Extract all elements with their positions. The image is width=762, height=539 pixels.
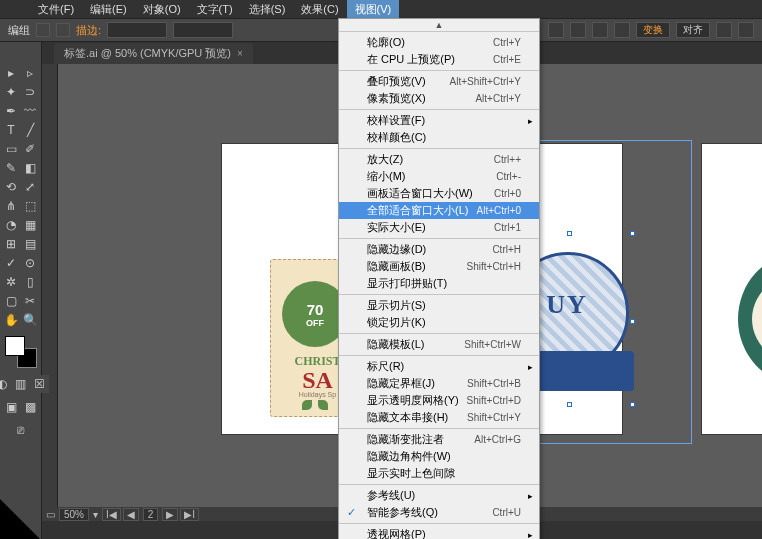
menu-item[interactable]: 锁定切片(K) <box>339 314 539 331</box>
rectangle-tool[interactable]: ▭ <box>2 140 20 158</box>
menu-item[interactable]: 标尺(R)▸ <box>339 358 539 375</box>
type-tool[interactable]: T <box>2 121 20 139</box>
menu-item[interactable]: 显示透明度网格(Y)Shift+Ctrl+D <box>339 392 539 409</box>
transform-button[interactable]: 变换 <box>636 22 670 38</box>
last-artboard-button[interactable]: ▶I <box>180 508 199 521</box>
menu-item[interactable]: 轮廓(O)Ctrl+Y <box>339 34 539 51</box>
column-tool[interactable]: ▯ <box>21 273 39 291</box>
artboard-number[interactable]: 2 <box>143 508 159 521</box>
view-mode-icon[interactable]: ▭ <box>46 509 55 520</box>
draw-normal-icon[interactable]: ▣ <box>2 398 20 416</box>
prev-artboard-button[interactable]: ◀ <box>123 508 139 521</box>
curvature-tool[interactable]: 〰 <box>21 102 39 120</box>
menu-item[interactable]: 实际大小(E)Ctrl+1 <box>339 219 539 236</box>
menu-effect[interactable]: 效果(C) <box>293 0 346 19</box>
slice-tool[interactable]: ✂ <box>21 292 39 310</box>
zoom-field[interactable]: 50% <box>59 508 89 521</box>
rotate-tool[interactable]: ⟲ <box>2 178 20 196</box>
stroke-dash-dropdown[interactable] <box>173 22 233 38</box>
menu-item-label: 隐藏模板(L) <box>367 337 424 352</box>
screen-mode-icon[interactable]: ⎚ <box>12 421 30 439</box>
perspective-tool[interactable]: ▦ <box>21 216 39 234</box>
ruler-vertical[interactable] <box>42 64 58 509</box>
extra1-icon[interactable] <box>716 22 732 38</box>
menu-item[interactable]: 隐藏文本串接(H)Shift+Ctrl+Y <box>339 409 539 426</box>
view-menu-dropdown: ▲ 轮廓(O)Ctrl+Y在 CPU 上预览(P)Ctrl+E叠印预览(V)Al… <box>338 18 540 539</box>
width-tool[interactable]: ⋔ <box>2 197 20 215</box>
draw-behind-icon[interactable]: ▩ <box>21 398 39 416</box>
menu-item[interactable]: 参考线(U)▸ <box>339 487 539 504</box>
symbol-sprayer-tool[interactable]: ✲ <box>2 273 20 291</box>
blend-tool[interactable]: ⊙ <box>21 254 39 272</box>
next-artboard-button[interactable]: ▶ <box>162 508 178 521</box>
lasso-tool[interactable]: ⊃ <box>21 83 39 101</box>
direct-selection-tool[interactable]: ▹ <box>21 64 39 82</box>
none-mode-icon[interactable]: ☒ <box>31 375 49 393</box>
eyedropper-tool[interactable]: ✓ <box>2 254 20 272</box>
shape-builder-tool[interactable]: ◔ <box>2 216 20 234</box>
first-artboard-button[interactable]: I◀ <box>102 508 121 521</box>
menu-item[interactable]: 叠印预览(V)Alt+Shift+Ctrl+Y <box>339 73 539 90</box>
free-transform-tool[interactable]: ⬚ <box>21 197 39 215</box>
gradient-mode-icon[interactable]: ▥ <box>12 375 30 393</box>
menu-item[interactable]: 显示切片(S) <box>339 297 539 314</box>
color-well[interactable] <box>5 336 37 368</box>
artboard-tool[interactable]: ▢ <box>2 292 20 310</box>
recolor-icon[interactable] <box>570 22 586 38</box>
menu-item[interactable]: 隐藏定界框(J)Shift+Ctrl+B <box>339 375 539 392</box>
menu-item[interactable]: 隐藏渐变批注者Alt+Ctrl+G <box>339 431 539 448</box>
arrange-icon[interactable] <box>614 22 630 38</box>
hand-tool[interactable]: ✋ <box>2 311 20 329</box>
menu-edit[interactable]: 编辑(E) <box>82 0 135 19</box>
extra2-icon[interactable] <box>738 22 754 38</box>
menu-scroll-up-icon[interactable]: ▲ <box>339 19 539 32</box>
stroke-weight-dropdown[interactable] <box>107 22 167 38</box>
menu-view[interactable]: 视图(V) <box>347 0 400 19</box>
pen-tool[interactable]: ✒ <box>2 102 20 120</box>
color-mode-icon[interactable]: ◐ <box>0 375 11 393</box>
menu-file[interactable]: 文件(F) <box>30 0 82 19</box>
zoom-tool[interactable]: 🔍 <box>21 311 39 329</box>
zoom-dd-icon[interactable]: ▾ <box>93 509 98 520</box>
menu-item[interactable]: 显示实时上色间隙 <box>339 465 539 482</box>
paintbrush-tool[interactable]: ✐ <box>21 140 39 158</box>
group-label: 编组 <box>8 23 30 38</box>
menu-item[interactable]: 隐藏模板(L)Shift+Ctrl+W <box>339 336 539 353</box>
opacity-icon[interactable] <box>548 22 564 38</box>
menu-item[interactable]: 放大(Z)Ctrl++ <box>339 151 539 168</box>
menu-item[interactable]: 全部适合窗口大小(L)Alt+Ctrl+0 <box>339 202 539 219</box>
scale-tool[interactable]: ⤢ <box>21 178 39 196</box>
menu-object[interactable]: 对象(O) <box>135 0 189 19</box>
menu-shortcut: Shift+Ctrl+W <box>464 339 521 350</box>
fill-swatch[interactable] <box>36 23 50 37</box>
eraser-tool[interactable]: ◧ <box>21 159 39 177</box>
menu-item[interactable]: 显示打印拼贴(T) <box>339 275 539 292</box>
align-icon[interactable] <box>592 22 608 38</box>
menu-item[interactable]: 缩小(M)Ctrl+- <box>339 168 539 185</box>
magic-wand-tool[interactable]: ✦ <box>2 83 20 101</box>
stroke-swatch[interactable] <box>56 23 70 37</box>
fill-color[interactable] <box>5 336 25 356</box>
menu-type[interactable]: 文字(T) <box>189 0 241 19</box>
pencil-tool[interactable]: ✎ <box>2 159 20 177</box>
mesh-tool[interactable]: ⊞ <box>2 235 20 253</box>
menu-item[interactable]: 画板适合窗口大小(W)Ctrl+0 <box>339 185 539 202</box>
line-tool[interactable]: ╱ <box>21 121 39 139</box>
menu-item[interactable]: ✓智能参考线(Q)Ctrl+U <box>339 504 539 521</box>
menu-item[interactable]: 在 CPU 上预览(P)Ctrl+E <box>339 51 539 68</box>
tab-close-icon[interactable]: × <box>237 48 243 59</box>
menu-item[interactable]: 隐藏边缘(D)Ctrl+H <box>339 241 539 258</box>
menu-item[interactable]: 隐藏画板(B)Shift+Ctrl+H <box>339 258 539 275</box>
menu-item[interactable]: 校样设置(F)▸ <box>339 112 539 129</box>
menu-item[interactable]: 校样颜色(C) <box>339 129 539 146</box>
menu-select[interactable]: 选择(S) <box>241 0 294 19</box>
document-tab[interactable]: 标签.ai @ 50% (CMYK/GPU 预览) × <box>54 43 253 64</box>
menu-item-label: 实际大小(E) <box>367 220 426 235</box>
align-button[interactable]: 对齐 <box>676 22 710 38</box>
menu-item[interactable]: 透视网格(P)▸ <box>339 526 539 539</box>
gradient-tool[interactable]: ▤ <box>21 235 39 253</box>
menu-item[interactable]: 像素预览(X)Alt+Ctrl+Y <box>339 90 539 107</box>
selection-tool[interactable]: ▸ <box>2 64 20 82</box>
artwork-wreath[interactable]: Merr SEA SA <box>738 254 762 384</box>
menu-item[interactable]: 隐藏边角构件(W) <box>339 448 539 465</box>
